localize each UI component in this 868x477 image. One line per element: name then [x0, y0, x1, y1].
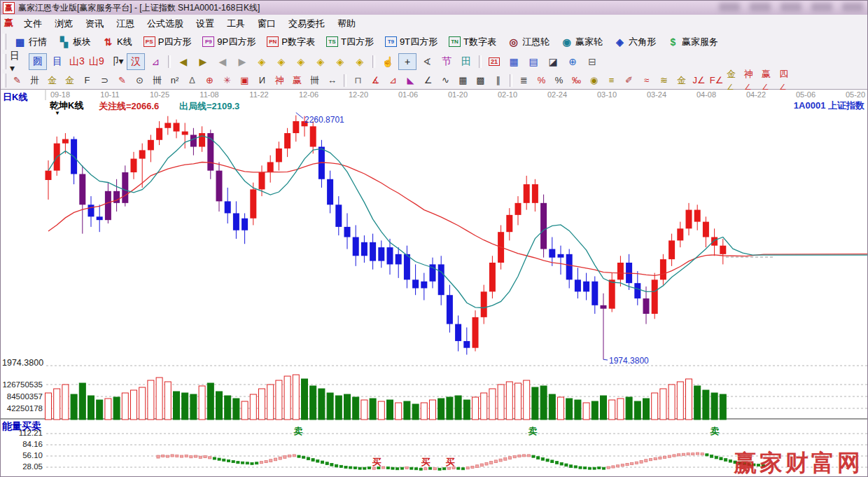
candle-body [404, 254, 410, 280]
indicator-candle [654, 457, 657, 459]
exit-line-value: 出局线=2109.3 [179, 100, 239, 113]
volume-bar [139, 387, 146, 420]
indicator-candle [461, 468, 464, 470]
candle-body [97, 216, 103, 220]
volume-bar [378, 401, 384, 420]
date-tick-10-11: 10-11 [100, 90, 119, 99]
volume-bar [327, 393, 333, 420]
indicator-candle [330, 463, 333, 466]
sell-signal-marker: 卖 [528, 425, 538, 438]
indicator-candle [513, 456, 516, 458]
indicator-candle [546, 459, 549, 462]
indicator-candle [340, 465, 342, 467]
candle-body [634, 283, 640, 298]
indicator-axis-label: 56.10 [2, 451, 43, 459]
indicator-candle [410, 467, 413, 469]
indicator-candle [316, 459, 319, 462]
candle-body [148, 140, 154, 151]
candle-body [396, 254, 402, 265]
volume-bar [284, 376, 290, 420]
date-tick-04-22: 04-22 [746, 90, 766, 99]
indicator-candle [307, 457, 309, 460]
indicator-candle [223, 459, 225, 461]
candle-body [463, 341, 470, 348]
volume-bar [626, 397, 632, 420]
date-tick-05-20: 05-20 [846, 90, 865, 99]
indicator-candle [218, 458, 220, 460]
volume-axis-label: 42250178 [2, 404, 43, 413]
indicator-candle [237, 462, 239, 464]
volume-bar [404, 401, 410, 420]
indicator-candle [555, 462, 558, 464]
indicator-candle [570, 465, 573, 468]
indicator-candle [480, 464, 483, 466]
indicator-candle [270, 459, 272, 462]
date-tick-11-08: 11-08 [200, 90, 218, 99]
candle-body [122, 172, 128, 203]
buy-signal-marker: 买 [421, 456, 430, 469]
indicator-candle [162, 455, 164, 457]
candle-body [164, 123, 171, 127]
indicator-candle [176, 455, 178, 457]
kline-type-dropdown-icon[interactable]: ▼ [55, 110, 60, 116]
indicator-candle [574, 466, 577, 468]
candle-body [703, 222, 709, 237]
candle-body [609, 279, 615, 308]
volume-bar [225, 396, 231, 420]
indicator-candle [227, 459, 230, 462]
volume-bar [524, 380, 530, 420]
indicator-candle [508, 457, 511, 459]
volume-bar [421, 403, 427, 420]
buy-signal-marker: 买 [372, 456, 382, 469]
ma-slow-line [48, 163, 868, 276]
volume-bar [643, 399, 650, 420]
volume-bar [668, 385, 675, 420]
candle-body [412, 279, 419, 288]
candle-body [532, 184, 538, 203]
candle-body [524, 184, 530, 203]
indicator-candle [621, 464, 624, 466]
indicator-candle [279, 457, 281, 459]
volume-bar [370, 399, 376, 420]
volume-bar [267, 385, 274, 420]
indicator-axis-label: 28.05 [2, 462, 43, 471]
candle-body [79, 174, 85, 205]
volume-bar [601, 396, 607, 420]
indicator-candle [312, 459, 314, 462]
chart-plot[interactable] [1, 1, 868, 477]
candle-body [601, 305, 607, 309]
peak-price-annotation: 2260.8701 [304, 115, 344, 125]
volume-bar [353, 397, 359, 420]
indicator-candle [213, 457, 216, 459]
volume-bar [686, 379, 692, 420]
indicator-candle [400, 467, 403, 469]
indicator-candle [649, 459, 652, 461]
indicator-candle [523, 455, 526, 457]
candle-body [250, 189, 256, 218]
indicator-candle [166, 455, 169, 457]
indicator-candle [293, 455, 295, 457]
indicator-candle [298, 455, 300, 457]
candle-body [720, 246, 726, 254]
date-tick-01-20: 01-20 [448, 90, 468, 99]
indicator-candle [391, 467, 394, 469]
candle-body [540, 203, 547, 249]
indicator-candle [541, 457, 544, 460]
candle-body [310, 126, 316, 146]
candle-body [225, 201, 231, 213]
candle-body [643, 298, 650, 314]
indicator-candle [405, 467, 408, 469]
candle-body [46, 171, 52, 180]
candle-body [558, 254, 564, 258]
volume-bar [583, 403, 589, 420]
volume-bar [617, 399, 624, 420]
volume-bar [113, 397, 120, 420]
volume-bar [310, 386, 316, 420]
candle-body [660, 259, 666, 279]
site-watermark: 赢家财富网 [734, 448, 863, 477]
indicator-candle [598, 467, 601, 469]
indicator-candle [579, 466, 582, 469]
volume-bar [62, 385, 69, 420]
indicator-candle [645, 459, 648, 462]
candle-body [353, 237, 359, 256]
